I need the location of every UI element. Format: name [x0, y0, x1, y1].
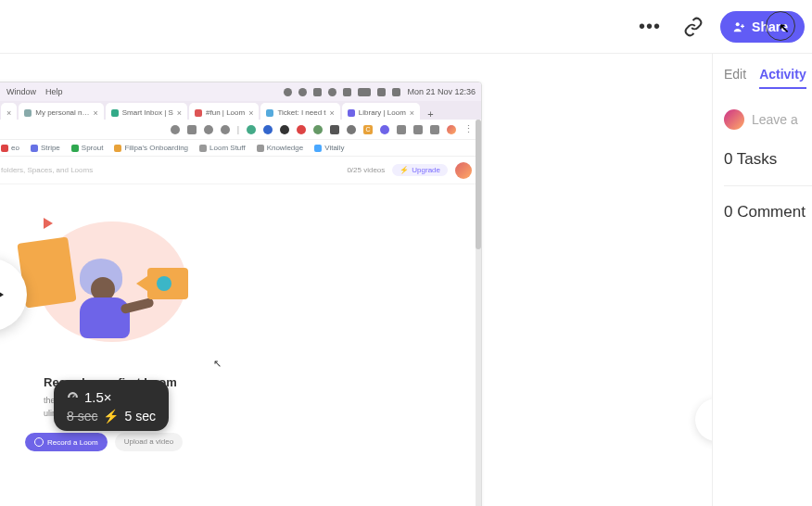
speed-new-duration: 5 sec: [124, 409, 155, 424]
toolbar-icon[interactable]: [221, 125, 230, 134]
ext-icon[interactable]: [397, 125, 406, 134]
bookmark-item[interactable]: Sprout: [71, 144, 104, 152]
tab-close-icon[interactable]: ×: [94, 108, 98, 118]
tab-close-icon[interactable]: ×: [410, 108, 414, 118]
bookmark-label: Filipa's Onboarding: [124, 144, 188, 152]
bookmark-label: eo: [11, 144, 19, 152]
playback-speed-pill[interactable]: 1.5× 8 sec ⚡ 5 sec: [54, 380, 169, 431]
mac-datetime: Mon 21 Nov 12:36: [407, 87, 476, 96]
bookmark-label: Stripe: [41, 144, 60, 152]
wifi-icon: [377, 88, 386, 96]
bookmark-item[interactable]: Loom Stuff: [199, 144, 246, 152]
bookmark-item[interactable]: Stripe: [31, 144, 60, 152]
user-avatar[interactable]: [455, 162, 472, 179]
ext-icon[interactable]: [263, 125, 273, 134]
bookmark-icon: [31, 145, 38, 152]
bolt-icon: ⚡: [103, 409, 119, 424]
ext-icon[interactable]: [430, 125, 439, 134]
status-icon: [328, 88, 336, 96]
tab-activity[interactable]: Activity: [759, 67, 806, 89]
browser-tab[interactable]: Smart Inbox | S×: [106, 103, 187, 120]
tab-edit[interactable]: Edit: [724, 67, 746, 89]
upgrade-button[interactable]: ⚡Upgrade: [392, 164, 448, 176]
ext-icon[interactable]: [297, 125, 306, 134]
browser-tab[interactable]: My personal n…×: [19, 103, 104, 120]
ext-icon[interactable]: [330, 125, 339, 134]
sidepanel-tabs: Edit Activity: [724, 67, 812, 89]
ext-icon[interactable]: C: [363, 125, 373, 134]
tab-label: #fun | Loom: [206, 108, 245, 117]
comments-count: 0 Comment: [724, 203, 812, 221]
right-side-panel: Edit Activity Leave a 0 Tasks 0 Comment: [712, 54, 812, 506]
browser-tabstrip: × My personal n…× Smart Inbox | S× #fun …: [0, 101, 481, 120]
favicon-icon: [348, 109, 355, 117]
ext-icon[interactable]: [413, 125, 423, 134]
bookmark-icon: [257, 145, 264, 152]
loom-search-input[interactable]: folders, Spaces, and Looms: [1, 166, 347, 174]
new-tab-button[interactable]: +: [422, 108, 438, 120]
bookmark-icon: [199, 145, 207, 152]
tab-close-icon[interactable]: ×: [177, 108, 182, 118]
status-icon: [298, 88, 307, 96]
speed-old-duration: 8 sec: [67, 409, 97, 424]
bookmark-icon: [314, 145, 322, 152]
control-center-icon: [392, 88, 400, 96]
record-loom-button[interactable]: Record a Loom: [25, 433, 108, 451]
comment-input-row[interactable]: Leave a: [724, 109, 812, 130]
favicon-icon: [266, 109, 273, 117]
favicon-icon: [111, 109, 119, 117]
ext-icon[interactable]: [280, 125, 289, 134]
tab-label: Smart Inbox | S: [122, 108, 173, 117]
tab-label: My personal n…: [35, 108, 89, 117]
record-loom-label: Record a Loom: [47, 438, 98, 447]
copy-link-button[interactable]: [683, 17, 704, 37]
embedded-screenshot: Window Help Mon 21 Nov 12:36 × M: [0, 82, 482, 506]
commenter-avatar: [724, 109, 744, 130]
loom-app-header: folders, Spaces, and Looms 0/25 videos ⚡…: [0, 157, 481, 184]
tab-label: Library | Loom: [359, 108, 406, 117]
tab-close-icon[interactable]: ×: [330, 108, 335, 118]
scrollbar[interactable]: [476, 120, 481, 506]
bookmark-label: Knowledge: [267, 144, 304, 152]
upload-video-button[interactable]: Upload a video: [115, 433, 183, 451]
mac-menubar: Window Help Mon 21 Nov 12:36: [0, 82, 481, 101]
ext-icon[interactable]: [347, 125, 356, 134]
status-icon: [284, 88, 292, 96]
bookmark-label: Sprout: [82, 144, 104, 152]
people-plus-icon: [731, 19, 746, 34]
share-button[interactable]: Share ↖: [720, 11, 805, 43]
bookmark-item[interactable]: eo: [1, 144, 19, 152]
video-count-label: 0/25 videos: [347, 166, 385, 174]
browser-tab[interactable]: Library | Loom×: [342, 103, 420, 120]
browser-toolbar: | C ⋮: [0, 120, 481, 140]
ext-icon[interactable]: [380, 125, 389, 134]
more-menu-button[interactable]: •••: [633, 12, 666, 41]
bluetooth-icon: [343, 88, 351, 96]
bolt-icon: ⚡: [400, 166, 409, 174]
tab-close-icon[interactable]: ×: [6, 108, 11, 118]
browser-tab[interactable]: Ticket: I need t×: [260, 103, 339, 120]
toolbar-icon[interactable]: [187, 125, 197, 134]
main-video-area: Window Help Mon 21 Nov 12:36 × M: [0, 54, 712, 506]
divider: [724, 185, 812, 186]
bookmark-item[interactable]: Vitally: [314, 144, 344, 152]
ext-icon[interactable]: [313, 125, 323, 134]
status-icon: [313, 88, 322, 96]
tasks-count: 0 Tasks: [724, 150, 812, 169]
profile-avatar-icon[interactable]: [447, 125, 456, 134]
bookmark-item[interactable]: Filipa's Onboarding: [114, 144, 188, 152]
onboarding-illustration: [19, 212, 196, 351]
battery-icon: [358, 88, 371, 96]
mac-menu-item[interactable]: Window: [6, 87, 36, 96]
tab-close-icon[interactable]: ×: [248, 108, 253, 118]
toolbar-icon[interactable]: [204, 125, 213, 134]
toolbar-mic-icon[interactable]: [171, 125, 180, 134]
floating-action-bubble[interactable]: [695, 398, 712, 441]
browser-tab[interactable]: #fun | Loom×: [189, 103, 259, 120]
link-icon: [683, 17, 704, 37]
browser-tab[interactable]: ×: [1, 103, 17, 120]
bookmark-icon: [1, 145, 8, 152]
mac-menu-item[interactable]: Help: [45, 87, 63, 96]
bookmark-item[interactable]: Knowledge: [257, 144, 304, 152]
ext-icon[interactable]: [247, 125, 256, 134]
